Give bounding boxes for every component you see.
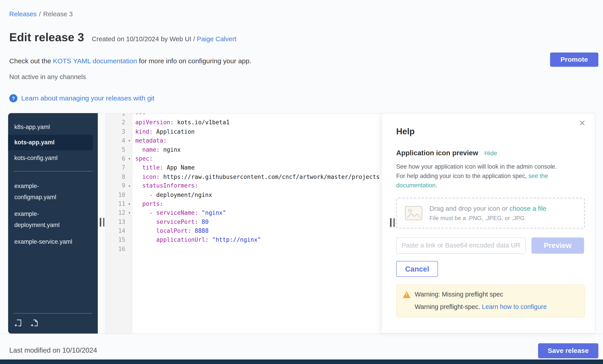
line-number: 16 xyxy=(105,245,132,254)
fold-caret-icon[interactable]: ▾ xyxy=(128,199,130,209)
fold-caret-icon[interactable]: ▾ xyxy=(128,209,130,218)
created-by-link[interactable]: Paige Calvert xyxy=(197,35,236,43)
code-line[interactable]: 1--- xyxy=(105,113,381,118)
preview-button[interactable]: Preview xyxy=(531,237,584,254)
fold-caret-icon[interactable]: ▾ xyxy=(128,182,130,191)
page-title: Edit release 3 xyxy=(9,31,84,44)
created-text: Created on 10/10/2024 by Web UI / xyxy=(92,35,197,43)
code-line-text: statusInformers: xyxy=(132,182,198,191)
doc-row: Check out the KOTS YAML documentation fo… xyxy=(9,57,251,65)
sidebar-resize-handle[interactable] xyxy=(100,218,104,227)
doc-suffix: for more info on configuring your app. xyxy=(137,57,251,65)
line-number: 9▾ xyxy=(105,182,132,191)
fold-caret-icon[interactable]: ▾ xyxy=(128,136,130,145)
sidebar-bottom xyxy=(8,313,98,334)
code-line[interactable]: 10 - deployment/nginx xyxy=(105,190,381,199)
dropzone-prefix: Drag and drop your icon or xyxy=(429,205,510,212)
code-editor[interactable]: 1---2apiVersion: kots.io/v1beta13kind: A… xyxy=(105,113,381,334)
file-tree-examples: example-configmap.yamlexample-deployment… xyxy=(8,177,98,250)
hide-link[interactable]: Hide xyxy=(484,150,497,157)
breadcrumb-releases-link[interactable]: Releases xyxy=(9,11,37,18)
code-line-text: applicationUrl: "http://nginx" xyxy=(132,236,261,245)
line-number: 7 xyxy=(105,164,132,173)
page: Releases/Release 3 Edit release 3 Create… xyxy=(0,0,603,364)
code-line[interactable]: 3kind: Application xyxy=(105,127,381,137)
file-tree-item[interactable]: k8s-app.yaml xyxy=(8,119,98,135)
line-number: 3 xyxy=(105,127,132,137)
code-line[interactable]: 8 icon: https://raw.githubusercontent.co… xyxy=(105,172,381,182)
file-tree-item[interactable]: kots-app.yaml xyxy=(8,135,93,150)
fold-caret-icon[interactable]: ▾ xyxy=(128,154,130,164)
line-number: 12▾ xyxy=(105,209,132,218)
file-tree-main: k8s-app.yamlkots-app.yamlkots-config.yam… xyxy=(8,113,98,166)
code-line[interactable]: 13 servicePort: 80 xyxy=(105,218,381,227)
code-line[interactable]: 9▾ statusInformers: xyxy=(105,182,381,191)
description-suffix: . xyxy=(436,182,437,188)
title-row: Edit release 3 Created on 10/10/2024 by … xyxy=(9,31,236,44)
icon-url-input[interactable] xyxy=(396,237,526,254)
code-line-text: name: nginx xyxy=(132,145,181,154)
help-title: Help xyxy=(396,127,584,137)
breadcrumb: Releases/Release 3 xyxy=(9,11,73,18)
line-number: 4▾ xyxy=(105,136,132,145)
code-line-text: title: App Name xyxy=(132,164,195,173)
code-line[interactable]: 16 xyxy=(105,245,381,254)
upload-file-icon[interactable] xyxy=(14,319,23,328)
code-line[interactable]: 2apiVersion: kots.io/v1beta1 xyxy=(105,118,381,127)
warning-configure-link[interactable]: Learn how to configure xyxy=(482,303,547,310)
icon-dropzone[interactable]: Drag and drop your icon or choose a file… xyxy=(396,198,585,229)
code-line-text: kind: Application xyxy=(132,127,195,137)
code-line[interactable]: 11▾ ports: xyxy=(105,199,381,209)
doc-prefix: Check out the xyxy=(9,57,53,65)
code-line-text: servicePort: 80 xyxy=(132,218,209,227)
line-number: 14 xyxy=(105,227,132,236)
line-number: 5 xyxy=(105,145,132,154)
file-tree-item[interactable]: example-configmap.yaml xyxy=(8,177,79,205)
kots-yaml-doc-link[interactable]: KOTS YAML documentation xyxy=(53,57,137,65)
icon-preview-title: Application icon preview xyxy=(396,149,478,157)
file-tree-item[interactable]: example-service.yaml xyxy=(8,233,79,250)
git-help-row: ? Learn about managing your releases wit… xyxy=(9,94,154,102)
line-number: 8 xyxy=(105,172,132,182)
code-lines: 1---2apiVersion: kots.io/v1beta13kind: A… xyxy=(105,113,381,254)
code-line-text: --- xyxy=(132,113,146,118)
line-number: 1 xyxy=(105,113,132,118)
footer-divider xyxy=(0,334,603,334)
code-line[interactable]: 15 applicationUrl: "http://nginx" xyxy=(105,236,381,245)
promote-button[interactable]: Promote xyxy=(550,53,599,67)
code-line-text xyxy=(132,245,135,254)
channel-status: Not active in any channels xyxy=(9,73,86,81)
icon-preview-section-header: Application icon preview Hide xyxy=(396,149,584,157)
file-tree-divider xyxy=(14,171,93,172)
save-release-button[interactable]: Save release xyxy=(538,343,599,358)
code-line[interactable]: 14 localPort: 8888 xyxy=(105,227,381,236)
warning-text: Warning preflight-spec. xyxy=(415,303,482,310)
breadcrumb-current: Release 3 xyxy=(43,11,73,18)
code-line[interactable]: 7 title: App Name xyxy=(105,164,381,173)
file-tree-item[interactable]: example-deployment.yaml xyxy=(8,205,79,233)
close-icon[interactable]: ✕ xyxy=(579,119,586,127)
main-content: k8s-app.yamlkots-app.yamlkots-config.yam… xyxy=(8,113,595,334)
code-line[interactable]: 6▾spec: xyxy=(105,154,381,164)
last-modified-text: Last modified on 10/10/2024 xyxy=(9,346,97,354)
file-sidebar: k8s-app.yamlkots-app.yamlkots-config.yam… xyxy=(8,113,98,334)
code-line-text: localPort: 8888 xyxy=(132,227,209,236)
help-panel: ✕ Help Application icon preview Hide See… xyxy=(381,113,595,334)
git-help-link[interactable]: Learn about managing your releases with … xyxy=(21,94,154,102)
line-number: 13 xyxy=(105,218,132,227)
icon-url-row: Preview xyxy=(396,237,584,254)
warning-triangle-icon xyxy=(403,291,411,298)
code-line[interactable]: 4▾metadata: xyxy=(105,136,381,145)
file-tree-item[interactable]: kots-config.yaml xyxy=(8,150,98,165)
breadcrumb-separator: / xyxy=(39,11,41,18)
code-line[interactable]: 5 name: nginx xyxy=(105,145,381,154)
line-number: 15 xyxy=(105,236,132,245)
cancel-button[interactable]: Cancel xyxy=(396,261,438,277)
choose-file-link[interactable]: choose a file xyxy=(509,205,546,212)
line-number: 6▾ xyxy=(105,154,132,164)
help-circle-icon[interactable]: ? xyxy=(9,94,17,102)
created-subtitle: Created on 10/10/2024 by Web UI / Paige … xyxy=(92,35,236,43)
new-file-icon[interactable] xyxy=(30,319,39,328)
code-line[interactable]: 12▾ - serviceName: "nginx" xyxy=(105,209,381,218)
help-panel-resize-handle[interactable] xyxy=(390,218,395,227)
